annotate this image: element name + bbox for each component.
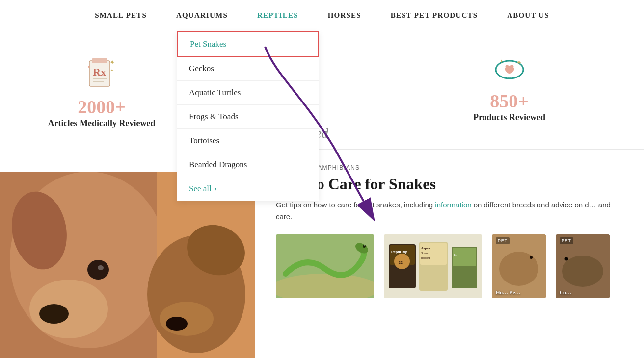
svg-rect-1	[92, 58, 107, 63]
article-link[interactable]: information	[435, 201, 471, 209]
svg-text:22: 22	[399, 261, 402, 264]
articles-label: Articles Medically Reviewed	[48, 118, 156, 129]
svg-text:Aspen: Aspen	[421, 247, 430, 250]
svg-rect-46	[453, 248, 476, 266]
nav-horses[interactable]: HORSES	[328, 9, 361, 22]
svg-point-12	[505, 68, 508, 71]
card-4-category: PET	[560, 237, 573, 244]
svg-text:Snake: Snake	[421, 252, 428, 255]
main-nav: SMALL PETS AQUARIUMS REPTILES HORSES BES…	[0, 0, 644, 31]
dropdown-pet-snakes[interactable]: Pet Snakes	[177, 31, 319, 57]
article-description: Get tips on how to care for pet snakes, …	[276, 199, 624, 223]
svg-point-30	[276, 274, 374, 298]
products-label: Products Reviewed	[473, 112, 545, 123]
content-area: Rx ✦ ✦ ✦ 2000+ Articles Medically Review…	[0, 31, 644, 358]
products-count: 850+	[490, 90, 529, 112]
svg-point-19	[29, 280, 108, 338]
nav-small-pets[interactable]: SMALL PETS	[95, 9, 147, 22]
card-3-title: Ho… Pe…	[496, 289, 542, 295]
chevron-right-icon: ›	[215, 184, 217, 193]
dropdown-geckos[interactable]: Geckos	[177, 57, 319, 81]
nav-about-us[interactable]: ABOUT US	[507, 9, 549, 22]
svg-point-21	[87, 260, 109, 280]
green-snake-illustration	[276, 234, 374, 298]
svg-point-55	[565, 257, 568, 261]
svg-point-33	[364, 245, 365, 246]
svg-rect-16	[508, 77, 511, 79]
card-snake-3[interactable]: PET Co…	[556, 234, 610, 298]
card-3-category: PET	[496, 237, 510, 244]
article-title: How to Care for Snakes	[276, 175, 624, 193]
svg-point-51	[530, 256, 533, 259]
svg-point-53	[562, 256, 603, 287]
svg-text:✦: ✦	[500, 59, 504, 64]
svg-text:✦: ✦	[87, 64, 91, 70]
svg-text:Rx: Rx	[93, 66, 106, 78]
card-green-snake[interactable]	[276, 234, 374, 298]
svg-text:$1: $1	[454, 253, 457, 256]
svg-point-32	[363, 245, 366, 248]
pet-collar-icon: ✦ ✦	[490, 51, 529, 90]
card-4-title: Co…	[560, 289, 606, 295]
svg-text:Bedding: Bedding	[421, 256, 430, 259]
nav-best-pet-products[interactable]: BEST PET PRODUCTS	[391, 9, 478, 22]
svg-text:✦: ✦	[109, 59, 115, 66]
nav-reptiles[interactable]: REPTILES	[257, 9, 298, 22]
svg-text:ReptiChip: ReptiChip	[391, 250, 407, 254]
dropdown-aquatic-turtles[interactable]: Aquatic Turtles	[177, 81, 319, 105]
card-snake-2[interactable]: PET Ho… Pe…	[492, 234, 546, 298]
articles-count: 2000+	[78, 96, 126, 118]
dropdown-bearded-dragons[interactable]: Bearded Dragons	[177, 153, 319, 177]
dropdown-frogs-toads[interactable]: Frogs & Toads	[177, 105, 319, 129]
article-category: REPTILES & AMPHIBIANS	[276, 164, 624, 171]
reptiles-dropdown: Pet Snakes Geckos Aquatic Turtles Frogs …	[177, 31, 319, 201]
svg-text:✦: ✦	[516, 59, 522, 66]
svg-point-13	[511, 68, 514, 71]
card-products[interactable]: ReptiChip 22 Aspen Snake Bedding $1	[384, 234, 482, 298]
svg-point-22	[98, 265, 104, 270]
article-cards: ReptiChip 22 Aspen Snake Bedding $1	[276, 234, 624, 298]
dropdown-see-all[interactable]: See all ›	[177, 177, 319, 201]
svg-text:✦: ✦	[110, 68, 114, 73]
svg-point-49	[499, 252, 538, 286]
svg-point-20	[39, 304, 69, 324]
rx-icon: Rx ✦ ✦ ✦	[82, 51, 121, 90]
products-illustration: ReptiChip 22 Aspen Snake Bedding $1	[384, 234, 482, 298]
svg-point-27	[160, 302, 214, 336]
dropdown-tortoises[interactable]: Tortoises	[177, 129, 319, 153]
svg-point-28	[166, 317, 188, 331]
nav-aquariums[interactable]: AQUARIUMS	[176, 9, 228, 22]
